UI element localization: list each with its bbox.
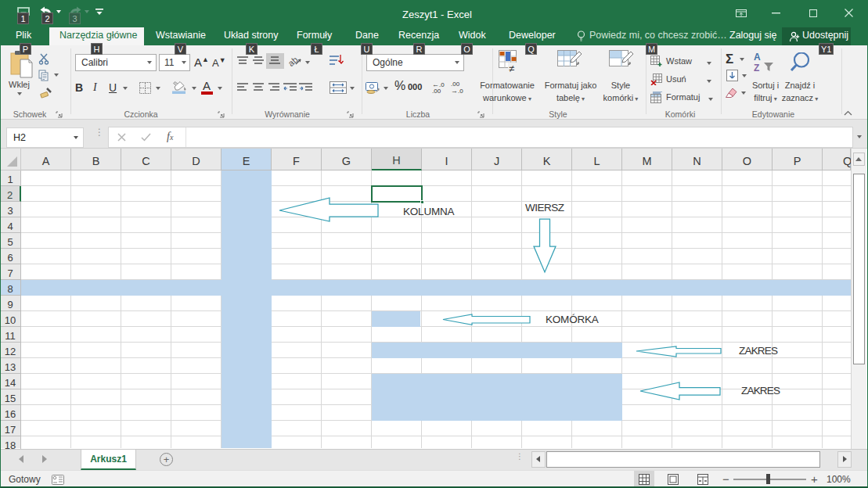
svg-text:≠: ≠ [509,63,514,74]
svg-text:Z: Z [754,63,759,72]
svg-text:ab: ab [289,55,300,67]
svg-text:A: A [754,52,761,63]
